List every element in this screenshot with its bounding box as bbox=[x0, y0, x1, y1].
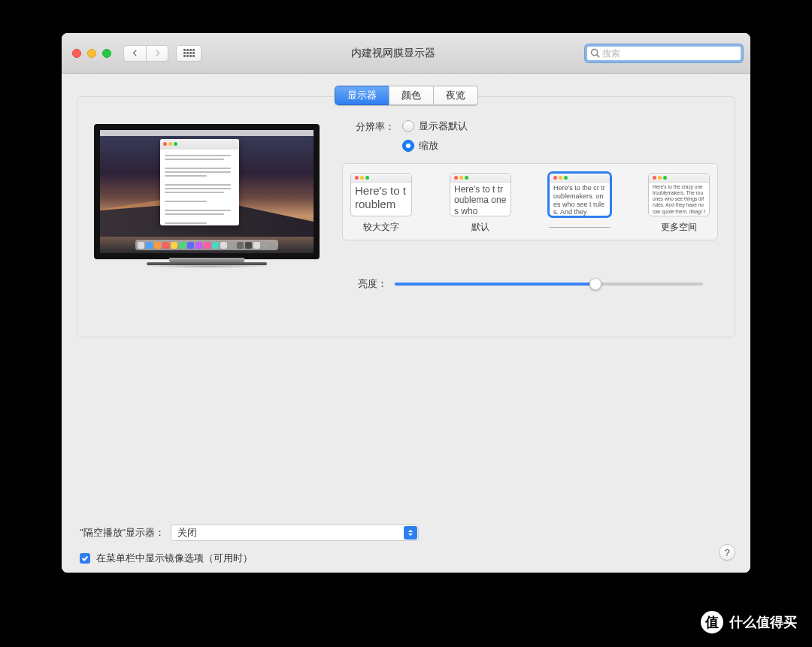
tabs: 显示器 颜色 夜览 bbox=[335, 86, 478, 105]
scale-medium[interactable]: Here's to the cr troublemakers. ones who… bbox=[549, 173, 611, 234]
watermark-text: 什么值得买 bbox=[729, 613, 797, 631]
mirror-checkbox[interactable] bbox=[80, 553, 90, 564]
chevron-right-icon bbox=[154, 50, 161, 56]
dock-icon bbox=[135, 240, 278, 250]
slider-knob[interactable] bbox=[589, 278, 601, 290]
radio-scaled-label: 缩放 bbox=[419, 139, 438, 153]
back-button[interactable] bbox=[123, 45, 146, 62]
radio-default-label: 显示器默认 bbox=[419, 119, 468, 133]
minimize-button[interactable] bbox=[87, 49, 96, 58]
scale-larger-text[interactable]: Here's to troublem 较大文字 bbox=[350, 173, 412, 234]
display-panel: 分辨率： 显示器默认 缩放 bbox=[77, 96, 735, 337]
help-button[interactable]: ? bbox=[719, 544, 735, 561]
airplay-value: 关闭 bbox=[177, 526, 197, 540]
scale-default[interactable]: Here's to t troublema ones who 默认 bbox=[450, 173, 511, 234]
search-field[interactable] bbox=[585, 44, 743, 62]
tab-color[interactable]: 颜色 bbox=[389, 86, 433, 105]
show-all-button[interactable] bbox=[176, 45, 201, 62]
scaled-options: Here's to troublem 较大文字 Here's to t trou… bbox=[342, 163, 718, 240]
resolution-section: 分辨率： 显示器默认 缩放 bbox=[342, 119, 718, 292]
forward-button[interactable] bbox=[146, 45, 168, 62]
brightness-row: 亮度： bbox=[342, 277, 718, 292]
radio-icon bbox=[402, 140, 414, 152]
bottom-section: "隔空播放"显示器： 关闭 在菜单栏中显示镜像选项（可用时） bbox=[77, 525, 735, 565]
zoom-button[interactable] bbox=[102, 49, 111, 58]
preferences-window: 内建视网膜显示器 显示器 颜色 夜览 bbox=[62, 33, 750, 573]
resolution-label: 分辨率： bbox=[342, 119, 395, 153]
tab-nightshift[interactable]: 夜览 bbox=[433, 86, 478, 105]
search-icon bbox=[590, 48, 600, 58]
window-body: 显示器 颜色 夜览 bbox=[62, 74, 750, 573]
chevron-left-icon bbox=[132, 50, 138, 56]
window-controls bbox=[69, 49, 111, 58]
toolbar: 内建视网膜显示器 bbox=[62, 33, 750, 74]
radio-default[interactable]: 显示器默认 bbox=[402, 119, 468, 133]
select-arrows-icon bbox=[404, 526, 417, 540]
radio-icon bbox=[402, 120, 414, 132]
display-preview bbox=[94, 124, 320, 274]
mirror-checkbox-label: 在菜单栏中显示镜像选项（可用时） bbox=[96, 552, 253, 565]
search-input[interactable] bbox=[602, 48, 738, 59]
brightness-label: 亮度： bbox=[342, 277, 387, 291]
brightness-slider[interactable] bbox=[395, 277, 703, 292]
preview-window-icon bbox=[160, 139, 239, 225]
svg-line-1 bbox=[597, 55, 599, 57]
watermark: 值 什么值得买 bbox=[701, 611, 797, 633]
airplay-select[interactable]: 关闭 bbox=[171, 525, 419, 541]
radio-scaled[interactable]: 缩放 bbox=[402, 139, 468, 153]
check-icon bbox=[81, 555, 89, 562]
airplay-label: "隔空播放"显示器： bbox=[80, 526, 165, 540]
scale-more-space[interactable]: Here's to the crazy one troublemakers. T… bbox=[648, 173, 710, 234]
svg-point-0 bbox=[592, 50, 598, 56]
watermark-badge: 值 bbox=[701, 611, 723, 633]
tab-display[interactable]: 显示器 bbox=[335, 86, 389, 105]
grid-icon bbox=[183, 49, 195, 57]
nav-buttons bbox=[123, 45, 168, 62]
window-title: 内建视网膜显示器 bbox=[209, 47, 577, 60]
close-button[interactable] bbox=[72, 49, 81, 58]
